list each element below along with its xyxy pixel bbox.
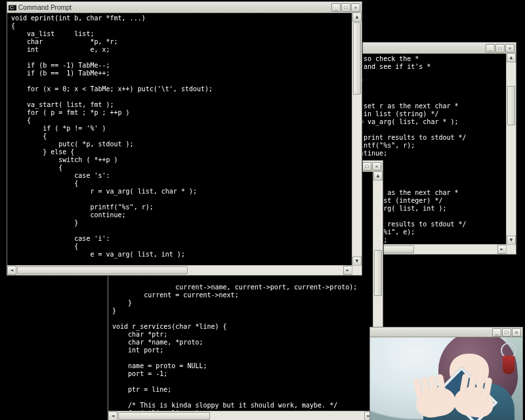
maximize-button[interactable]: □ xyxy=(362,162,371,171)
command-prompt-icon: C: xyxy=(9,3,16,11)
scroll-right-button[interactable]: ► xyxy=(343,266,352,275)
minimize-button[interactable]: _ xyxy=(331,3,341,12)
scroll-thumb[interactable] xyxy=(374,250,382,296)
titlebar[interactable]: _ □ × xyxy=(352,43,516,54)
scroll-up-button[interactable]: ▲ xyxy=(507,53,516,62)
terminal-content: void eprint(int b, char *fmt, ...) { va_… xyxy=(7,13,356,268)
scroll-thumb-h[interactable] xyxy=(118,412,210,420)
horizontal-scrollbar[interactable]: ◄ ► xyxy=(108,411,373,420)
close-button[interactable]: × xyxy=(372,162,381,171)
resize-corner[interactable] xyxy=(352,265,362,275)
scroll-left-button[interactable]: ◄ xyxy=(7,266,16,275)
horizontal-scrollbar[interactable]: ◄ ► xyxy=(7,265,352,275)
close-button[interactable]: × xyxy=(351,3,360,12)
resize-corner[interactable] xyxy=(506,244,516,254)
media-window[interactable]: _ □ × xyxy=(369,327,523,420)
window-title: Command Prompt xyxy=(18,4,72,11)
scroll-down-button[interactable]: ▼ xyxy=(507,236,516,245)
vertical-scrollbar[interactable]: ▲ ▼ xyxy=(506,53,516,245)
maximize-button[interactable]: □ xyxy=(502,328,511,337)
scroll-thumb[interactable] xyxy=(507,86,515,125)
scroll-down-button[interactable]: ▼ xyxy=(352,257,362,266)
scroll-left-button[interactable]: ◄ xyxy=(108,411,117,420)
scroll-right-button[interactable]: ► xyxy=(497,245,507,254)
maximize-button[interactable]: □ xyxy=(341,3,350,12)
scroll-thumb-h[interactable] xyxy=(17,266,188,274)
minimize-button[interactable]: _ xyxy=(486,44,495,52)
scroll-up-button[interactable]: ▲ xyxy=(352,12,362,22)
hanging-charm xyxy=(500,343,517,375)
close-button[interactable]: × xyxy=(512,328,521,337)
media-content xyxy=(370,337,522,420)
titlebar[interactable]: _ □ × xyxy=(370,327,522,337)
scroll-thumb[interactable] xyxy=(353,22,361,94)
svg-text:C:: C: xyxy=(10,5,14,10)
command-prompt-window[interactable]: C: Command Prompt _ □ × void eprint(int … xyxy=(7,1,362,276)
minimize-button[interactable]: _ xyxy=(492,328,501,337)
close-button[interactable]: × xyxy=(505,44,514,52)
scroll-up-button[interactable]: ▲ xyxy=(373,171,383,180)
vertical-scrollbar[interactable]: ▲ ▼ xyxy=(352,12,362,266)
maximize-button[interactable]: □ xyxy=(495,44,505,52)
titlebar[interactable]: C: Command Prompt _ □ × xyxy=(7,2,362,13)
